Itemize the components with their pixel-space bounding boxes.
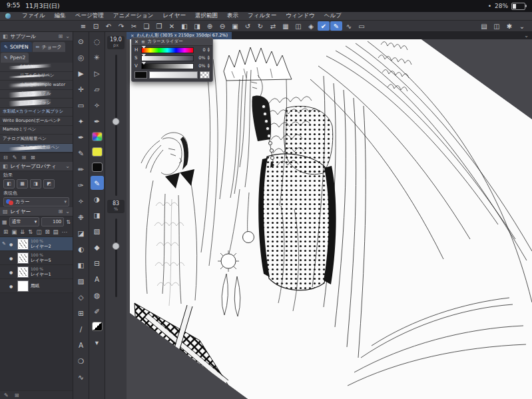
brush-edit-icon[interactable]: ✎ [13, 155, 17, 161]
brush-list-item[interactable]: Mameoミリペン [0, 126, 73, 135]
delete-icon[interactable]: ✕ [166, 21, 178, 31]
decoration-tool[interactable]: ❉ [75, 210, 88, 224]
menu-filter[interactable]: フィルター [243, 12, 281, 20]
palette-icon[interactable]: ▤ [53, 228, 59, 235]
layer-row[interactable]: ✎ ● 100 % レイヤー2 [0, 237, 73, 251]
black-color-swatch[interactable] [92, 163, 103, 172]
lp-collapse-icon[interactable]: ⌄ [65, 163, 70, 169]
eyedropper-tool[interactable]: ✒ [75, 130, 88, 144]
transfer-icon[interactable]: ⇅ [28, 228, 33, 235]
flip-horizontal-icon[interactable]: ⇄ [267, 21, 279, 31]
collapse-icon[interactable]: ▾ [91, 335, 104, 349]
pencil-tool[interactable]: ✏ [75, 162, 88, 176]
brush-size-display[interactable]: 19.0 px [107, 36, 125, 49]
layer-row[interactable]: ✎ ● 用紙 [0, 279, 73, 293]
subview-icon[interactable]: ◌ [91, 34, 104, 48]
copy-icon[interactable]: ❏ [140, 21, 152, 31]
layer-row[interactable]: ✎ ● 100 % レイヤー5 [0, 251, 73, 265]
material-icon[interactable]: ◈ [305, 21, 317, 31]
ruler-tool[interactable]: ∕ [75, 322, 88, 336]
cut-icon[interactable]: ✂ [128, 21, 140, 31]
auto-select-tool[interactable]: ✦ [75, 114, 88, 128]
paste-icon[interactable]: ❐ [153, 21, 165, 31]
brush-list-item[interactable]: 水彩紙×カラーインク風ブラシ [0, 108, 73, 117]
brush-delete-icon[interactable]: ⊠ [31, 155, 35, 161]
brush-opacity-display[interactable]: 83 % [107, 200, 125, 213]
menu-help[interactable]: ヘルプ [320, 12, 346, 20]
workspace-icon[interactable]: ◫ [491, 21, 503, 31]
panel-menu-icon[interactable]: ≡ [141, 39, 145, 45]
extract-line-effect-icon[interactable]: ◩ [43, 179, 55, 189]
brush-lock-icon[interactable]: ⊟ [3, 155, 8, 161]
figure-tool[interactable]: ◇ [75, 290, 88, 304]
menu-window[interactable]: ウィンドウ [281, 12, 320, 20]
sparkle-icon[interactable]: ✧ [91, 98, 104, 112]
redo-icon[interactable]: ↷ [115, 21, 127, 31]
visibility-eye-icon[interactable]: ● [9, 242, 15, 246]
menu-file[interactable]: ファイル [17, 12, 50, 20]
brush-list-item[interactable]: オイルパステル [0, 90, 73, 99]
color-gradient-bar[interactable] [149, 71, 198, 79]
frame-tool[interactable]: ⊞ [75, 306, 88, 320]
close-icon[interactable]: ✕ [134, 39, 138, 45]
menu-animation[interactable]: アニメーション [109, 12, 158, 20]
brush-list-item[interactable]: リアルGミリペン [0, 72, 73, 81]
brush-list-item[interactable]: アナログ風情報量ペン [0, 135, 73, 144]
brush-list-item[interactable]: ベタ塗りブラシ [0, 99, 73, 108]
selection-launcher-icon[interactable]: ▭ [356, 21, 368, 31]
blend-sub-icon[interactable]: ◑ [91, 192, 104, 206]
new-layer-icon[interactable]: ⊞ [3, 228, 8, 235]
blend-tool[interactable]: ◐ [75, 242, 88, 256]
slider-stepper[interactable]: ▲▼ [208, 47, 210, 53]
layer-color-effect-icon[interactable]: ◨ [30, 179, 41, 189]
color-slider-titlebar[interactable]: ✕ ≡ カラースライダー [132, 38, 212, 46]
play-icon[interactable]: ▷ [91, 66, 104, 80]
slider-bar[interactable] [141, 63, 194, 69]
more-icon[interactable]: ⋯ [62, 228, 68, 235]
brush-list-item[interactable]: 水彩毛筆simple water [0, 81, 73, 90]
visibility-eye-icon[interactable]: ● [9, 284, 15, 288]
balloon-tool[interactable]: ❍ [75, 354, 88, 368]
transparent-swatch[interactable] [200, 71, 210, 79]
brush-list-item[interactable]: Write Borupen(ボールペンP [0, 117, 73, 126]
canvas-artwork[interactable] [127, 39, 532, 399]
menu-layer[interactable]: レイヤー [158, 12, 190, 20]
zoom-in-icon[interactable]: ⊕ [204, 21, 216, 31]
palette-dock-icon[interactable]: ▤ [478, 21, 490, 31]
brush-add-icon[interactable]: ⊞ [21, 155, 26, 161]
tab-chevron-icon[interactable]: ⌄ [524, 33, 532, 39]
menu-page[interactable]: ページ管理 [71, 12, 109, 20]
pen-tool[interactable]: ✎ [75, 146, 88, 160]
brush-opacity-slider-handle[interactable] [113, 242, 120, 250]
menu-edit[interactable]: 編集 [50, 12, 71, 20]
current-color-swatch[interactable] [134, 71, 147, 79]
text-sub-icon[interactable]: A [91, 272, 104, 286]
collapse-bar-icon[interactable]: ⌄ [516, 21, 528, 31]
main-sub-color-swatch[interactable] [92, 322, 103, 331]
dropper-icon[interactable]: ✒ [91, 114, 104, 128]
slider-bar[interactable] [141, 55, 194, 61]
correct-line-icon[interactable]: ∿ [343, 21, 355, 31]
panel-edit-icon[interactable]: ✎ [4, 392, 9, 398]
visibility-eye-icon[interactable]: ● [9, 256, 15, 260]
rotate-right-icon[interactable]: ↻ [254, 21, 266, 31]
merge-down-icon[interactable]: ⇊ [20, 228, 25, 235]
airbrush-tool[interactable]: ✧ [75, 194, 88, 208]
app-logo-icon[interactable] [5, 13, 11, 19]
zoom-out-icon[interactable]: ⊖ [216, 21, 228, 31]
expression-color-select[interactable]: カラー ▾ [3, 197, 69, 206]
grid-icon[interactable]: ▦ [280, 21, 292, 31]
menu-icon[interactable]: ≡ [77, 21, 89, 31]
slider-handle[interactable] [142, 54, 146, 57]
balloon-sub-icon[interactable]: ◍ [91, 288, 104, 302]
brush-size-slider-handle[interactable] [113, 118, 120, 125]
asterisk-icon[interactable]: ✳ [91, 50, 104, 64]
gradient-sub-icon[interactable]: ▧ [91, 224, 104, 238]
text-tool[interactable]: A [75, 338, 88, 352]
slider-bar[interactable] [141, 47, 194, 53]
border-effect-icon[interactable]: ◧ [3, 179, 15, 189]
fit-screen-icon[interactable]: ▣ [229, 21, 241, 31]
slider-stepper[interactable]: ▲▼ [208, 63, 210, 69]
undo-icon[interactable]: ↶ [103, 21, 115, 31]
rotate-view-tool[interactable]: ◎ [75, 50, 88, 64]
